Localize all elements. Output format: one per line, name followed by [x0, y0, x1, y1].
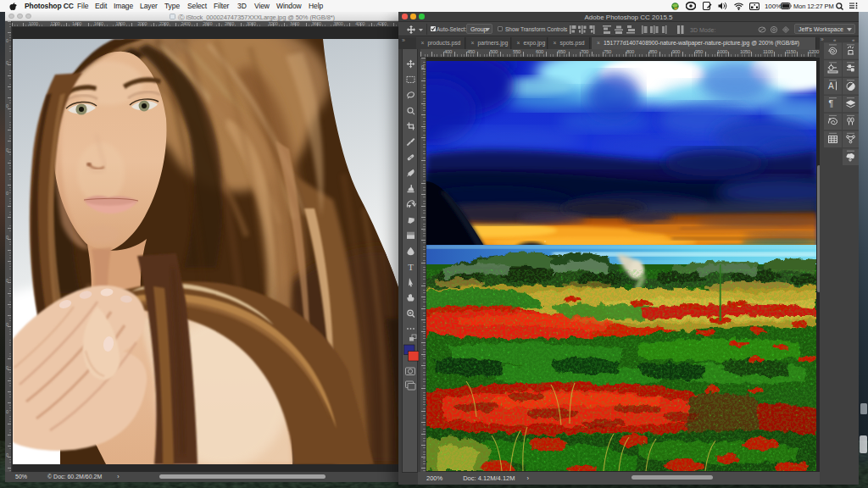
svg-text:T: T [408, 261, 414, 271]
svg-text:A: A [828, 81, 834, 91]
svg-text:3D Mode:: 3D Mode: [690, 27, 715, 33]
svg-text:¶: ¶ [829, 98, 834, 108]
svg-text:»: » [821, 37, 824, 42]
